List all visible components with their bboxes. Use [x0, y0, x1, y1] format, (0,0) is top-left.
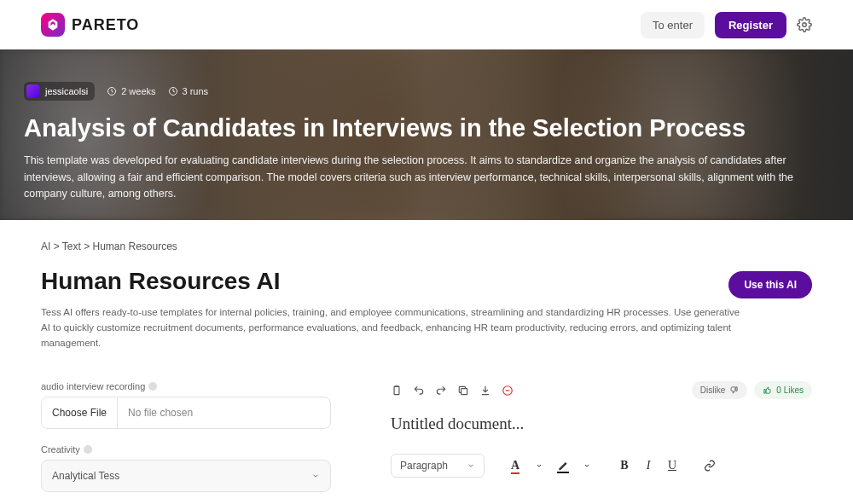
style-group: B I U — [618, 459, 679, 472]
link-group — [703, 459, 717, 472]
audio-label: audio interview recording — [41, 381, 145, 391]
app-header: PARETO To enter Register — [0, 0, 853, 49]
highlight-icon — [557, 460, 569, 472]
author-avatar — [26, 84, 40, 98]
file-status: No file chosen — [118, 397, 330, 428]
editor-column: Dislike 0 Likes Untitled document... Par… — [391, 381, 812, 504]
section-description: Tess AI offers ready-to-use templates fo… — [41, 305, 740, 350]
two-column-layout: audio interview recording Choose File No… — [41, 381, 812, 504]
italic-button[interactable]: I — [641, 459, 655, 472]
hero-title: Analysis of Candidates in Interviews in … — [24, 114, 829, 142]
highlight-dropdown[interactable] — [580, 459, 594, 472]
editor-topbar: Dislike 0 Likes — [391, 381, 812, 399]
hero-description: This template was developed for evaluati… — [24, 153, 809, 202]
creativity-select[interactable]: Analytical Tess — [41, 460, 331, 492]
bold-button[interactable]: B — [618, 459, 631, 472]
creativity-label: Creativity — [41, 444, 80, 455]
runs-meta: 3 runs — [168, 86, 209, 96]
enter-button[interactable]: To enter — [641, 12, 705, 38]
main-content: AI > Text > Human Resources Human Resour… — [0, 220, 853, 504]
svg-rect-3 — [461, 389, 467, 395]
svg-rect-2 — [394, 386, 399, 394]
info-icon[interactable] — [84, 445, 92, 454]
undo-icon[interactable] — [413, 385, 425, 397]
copy-icon[interactable] — [457, 385, 469, 397]
block-format-select[interactable]: Paragraph — [391, 454, 485, 478]
brand-name: PARETO — [72, 16, 139, 34]
highlight-button[interactable] — [556, 459, 570, 472]
breadcrumb[interactable]: AI > Text > Human Resources — [41, 240, 812, 252]
age-meta: 2 weeks — [107, 86, 155, 96]
info-icon[interactable] — [148, 382, 157, 391]
logo-icon — [41, 13, 65, 37]
dislike-chip[interactable]: Dislike — [692, 381, 747, 399]
clock-icon — [107, 86, 117, 96]
choose-file-button[interactable]: Choose File — [42, 397, 118, 428]
document-title[interactable]: Untitled document... — [391, 414, 812, 433]
register-button[interactable]: Register — [715, 12, 786, 38]
author-chip[interactable]: jessicaolsi — [24, 82, 95, 101]
section-title: Human Resources AI — [41, 268, 281, 295]
text-color-dropdown[interactable] — [532, 459, 546, 472]
creativity-field: Creativity Analytical Tess — [41, 444, 331, 492]
brand-logo[interactable]: PARETO — [41, 13, 139, 37]
section-header: Human Resources AI Use this AI — [41, 268, 812, 298]
use-ai-button[interactable]: Use this AI — [728, 271, 812, 298]
audio-field: audio interview recording Choose File No… — [41, 381, 331, 429]
chevron-down-icon — [311, 472, 320, 480]
editor-toolbar: Paragraph A B I U — [391, 454, 812, 504]
hero-banner: jessicaolsi 2 weeks 3 runs Analysis of C… — [0, 49, 853, 220]
underline-button[interactable]: U — [665, 459, 679, 472]
text-color-button[interactable]: A — [508, 459, 522, 472]
redo-icon[interactable] — [435, 385, 447, 397]
header-actions: To enter Register — [641, 12, 812, 38]
download-icon[interactable] — [479, 385, 491, 397]
thumbs-down-icon — [729, 385, 739, 395]
link-button[interactable] — [703, 459, 717, 472]
settings-icon[interactable] — [797, 17, 812, 32]
author-name: jessicaolsi — [45, 86, 88, 96]
svg-point-0 — [803, 23, 807, 27]
color-group: A — [508, 459, 594, 472]
hero-meta: jessicaolsi 2 weeks 3 runs — [24, 82, 829, 101]
likes-chip[interactable]: 0 Likes — [754, 381, 812, 399]
runs-icon — [168, 86, 178, 96]
editor-reactions: Dislike 0 Likes — [692, 381, 812, 399]
form-column: audio interview recording Choose File No… — [41, 381, 331, 504]
chevron-down-icon — [467, 461, 475, 470]
clipboard-icon[interactable] — [391, 385, 403, 397]
thumbs-up-icon — [763, 385, 772, 395]
editor-action-icons — [391, 385, 514, 397]
delete-icon[interactable] — [502, 385, 514, 397]
file-input[interactable]: Choose File No file chosen — [41, 397, 331, 429]
